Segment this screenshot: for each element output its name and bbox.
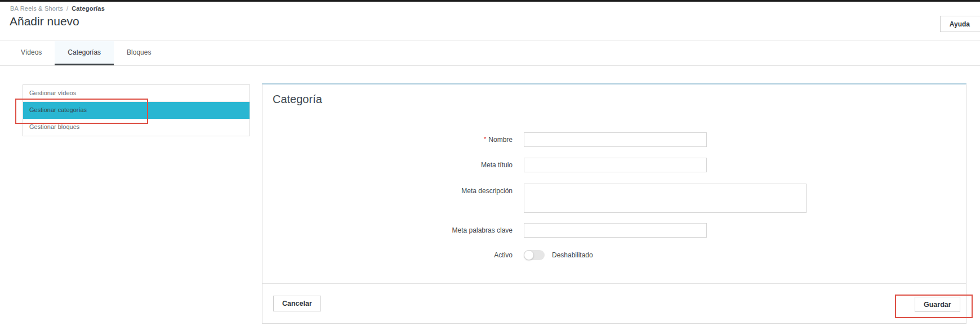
meta-descripcion-label: Meta descripción: [262, 184, 513, 198]
save-button[interactable]: Guardar: [915, 297, 960, 312]
tab-bar: Vídeos Categorías Bloques: [0, 41, 980, 66]
meta-titulo-label: Meta título: [262, 158, 513, 172]
section-nav: Gestionar vídeos Gestionar categorías Ge…: [23, 84, 250, 136]
activo-state-label: Deshabilitado: [552, 251, 593, 259]
tab-categorias[interactable]: Categorías: [55, 41, 114, 65]
toggle-track-icon[interactable]: [524, 250, 545, 260]
meta-palabras-clave-input[interactable]: [524, 223, 707, 238]
cancel-button[interactable]: Cancelar: [273, 296, 321, 311]
footer-divider: [262, 283, 966, 284]
breadcrumb: BA Reels & Shorts/Categorías: [10, 5, 105, 12]
page-title: Añadir nuevo: [10, 15, 79, 28]
sidebar-item-gestionar-videos[interactable]: Gestionar vídeos: [23, 85, 250, 102]
toggle-knob-icon[interactable]: [524, 250, 534, 260]
sidebar-item-gestionar-categorias[interactable]: Gestionar categorías: [23, 102, 250, 119]
admin-page: BA Reels & Shorts/Categorías Añadir nuev…: [0, 0, 980, 330]
breadcrumb-root-link[interactable]: BA Reels & Shorts: [10, 5, 63, 12]
sidebar-item-gestionar-bloques[interactable]: Gestionar bloques: [23, 119, 250, 136]
meta-descripcion-textarea[interactable]: [524, 184, 807, 213]
nombre-label: *Nombre: [262, 132, 513, 147]
tab-bloques[interactable]: Bloques: [114, 41, 164, 65]
meta-palabras-clave-label: Meta palabras clave: [262, 223, 513, 238]
help-button[interactable]: Ayuda: [940, 16, 980, 32]
category-form-panel: Categoría *Nombre Meta título Meta descr…: [262, 83, 966, 324]
meta-titulo-input[interactable]: [524, 158, 707, 172]
breadcrumb-current: Categorías: [72, 5, 105, 12]
required-asterisk: *: [484, 136, 486, 142]
tab-videos[interactable]: Vídeos: [8, 41, 55, 65]
activo-toggle[interactable]: Deshabilitado: [524, 248, 593, 262]
breadcrumb-separator: /: [66, 5, 68, 12]
activo-label: Activo: [262, 248, 513, 262]
form-heading: Categoría: [273, 93, 322, 106]
nombre-input[interactable]: [524, 132, 707, 147]
